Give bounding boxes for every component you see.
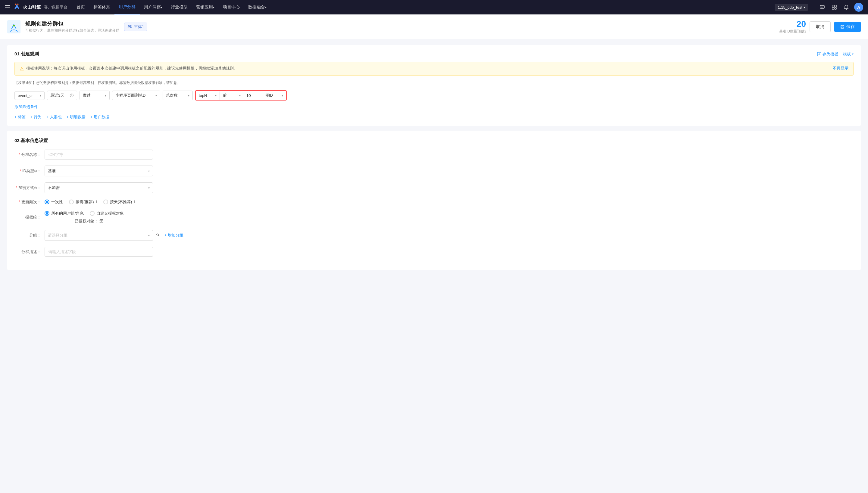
add-user-data-button[interactable]: + 用户数据 <box>90 114 109 120</box>
nav-item-marketing[interactable]: 营销应用 <box>192 0 219 15</box>
app-logo: 火山引擎 客户数据平台 <box>13 3 67 12</box>
nav-item-projects[interactable]: 项目中心 <box>219 0 244 15</box>
update-freq-ondemand[interactable]: 按需(推荐) ℹ <box>69 199 97 205</box>
entity-tag-label: 主体1 <box>134 24 144 29</box>
group-selector[interactable]: 请选择分组 ▾ <box>45 230 153 241</box>
svg-rect-7 <box>7 20 20 34</box>
nav-menu: 首页 标签体系 用户分群 用户洞察 行业模型 营销应用 项目中心 数据融合 <box>72 0 772 15</box>
save-label: 保存 <box>846 24 855 29</box>
count-label: 基准ID数量预估ℹ <box>779 29 806 34</box>
save-button[interactable]: 保存 <box>834 22 861 32</box>
id-type-control: 基准 ▾ <box>45 166 153 176</box>
section-create-rules: 01.创建规则 存为模板 模板 ▾ <box>7 45 861 126</box>
auth-label: 授权给： <box>15 215 45 220</box>
hamburger-menu[interactable] <box>5 5 10 9</box>
encrypt-selector[interactable]: 不加密 ▾ <box>45 183 153 193</box>
update-freq-once[interactable]: 一次性 <box>45 199 63 205</box>
encrypt-arrow-icon: ▾ <box>148 186 150 190</box>
nav-item-industry[interactable]: 行业模型 <box>167 0 192 15</box>
add-crowd-label: + 人群包 <box>46 114 61 120</box>
nav-item-data-fusion[interactable]: 数据融合 <box>244 0 271 15</box>
action-selector[interactable]: 做过 ▾ <box>80 91 110 100</box>
topn-type-value: topN <box>199 93 207 98</box>
ondemand-info-icon: ℹ <box>96 200 97 204</box>
cancel-button[interactable]: 取消 <box>810 21 831 32</box>
form-row-group: 分组： 请选择分组 ▾ + 增加分组 <box>15 230 853 241</box>
daily-info-icon: ℹ <box>134 200 135 204</box>
time-value: 最近3天 <box>50 93 64 98</box>
add-filter-link[interactable]: 添加筛选条件 <box>15 104 853 110</box>
encrypt-value: 不加密 <box>48 185 60 191</box>
add-filters-row: + 标签 + 行为 + 人群包 + 明细数据 + 用户数据 <box>15 114 853 120</box>
add-user-data-label: + 用户数据 <box>90 114 109 120</box>
refresh-group-button[interactable] <box>156 233 160 237</box>
topn-value-input[interactable] <box>244 91 262 100</box>
page-header-icon <box>7 20 20 34</box>
nav-item-home[interactable]: 首页 <box>72 0 89 15</box>
page-selector[interactable]: 小程序页面浏览D ▾ <box>112 91 160 100</box>
count-arrow-icon: ▾ <box>188 94 189 97</box>
id-type-label: ID类型⊙： <box>15 168 45 174</box>
add-detail-label: + 明细数据 <box>66 114 85 120</box>
group-control: 请选择分组 ▾ + 增加分组 <box>45 230 853 241</box>
event-value: event_cr <box>18 93 33 98</box>
desc-control <box>45 247 153 257</box>
desc-input[interactable] <box>45 247 153 257</box>
group-arrow-icon: ▾ <box>148 234 150 237</box>
nav-right: 1.15_cdp_test ▾ A <box>774 3 863 12</box>
app-subtitle: 客户数据平台 <box>44 4 67 10</box>
add-tag-button[interactable]: + 标签 <box>15 114 26 120</box>
topn-field-value: 项ID <box>265 93 273 98</box>
nav-item-segments[interactable]: 用户分群 <box>115 0 140 15</box>
radio-custom-label: 自定义授权对象 <box>96 211 124 216</box>
auth-radio-group: 所有的用户组/角色 自定义授权对象 <box>45 211 124 216</box>
message-icon[interactable] <box>818 3 826 12</box>
radio-custom-dot <box>90 211 95 216</box>
topn-field-selector[interactable]: 项ID ▾ <box>262 91 286 100</box>
add-group-button[interactable]: + 增加分组 <box>164 233 183 238</box>
app-name: 火山引擎 <box>23 4 41 10</box>
topn-type-selector[interactable]: topN ▾ <box>196 91 220 100</box>
template-button[interactable]: 模板 ▾ <box>843 51 853 57</box>
topn-field-arrow-icon: ▾ <box>282 94 283 97</box>
auth-all-users[interactable]: 所有的用户组/角色 <box>45 211 84 216</box>
bell-icon[interactable] <box>842 3 850 12</box>
update-freq-daily[interactable]: 按天(不推荐) ℹ <box>103 199 136 205</box>
env-selector[interactable]: 1.15_cdp_test ▾ <box>774 4 808 11</box>
topn-group: topN ▾ 前 ▾ 项ID ▾ <box>195 90 287 101</box>
auth-custom[interactable]: 自定义授权对象 <box>90 211 124 216</box>
time-selector[interactable]: 最近3天 <box>47 91 77 100</box>
radio-daily-label: 按天(不推荐) <box>110 199 132 205</box>
user-avatar[interactable]: A <box>854 3 863 12</box>
nav-item-tags[interactable]: 标签体系 <box>89 0 115 15</box>
nav-item-insights[interactable]: 用户洞察 <box>140 0 167 15</box>
section-header: 01.创建规则 存为模板 模板 ▾ <box>15 51 853 57</box>
grid-icon[interactable] <box>830 3 839 12</box>
auth-target-label-text: 已授权对象： <box>75 218 98 224</box>
count-value: 总次数 <box>166 93 178 98</box>
name-input[interactable] <box>45 150 153 159</box>
form-row-desc: 分群描述： <box>15 247 853 257</box>
encrypt-label: 加密方式⊙： <box>15 185 45 191</box>
form-row-auth: 授权给： 所有的用户组/角色 自定义授权对象 <box>15 211 853 224</box>
time-select-inner: 最近3天 <box>50 93 64 98</box>
id-type-selector[interactable]: 基准 ▾ <box>45 166 153 176</box>
svg-rect-12 <box>842 25 843 26</box>
topn-dir-selector[interactable]: 前 ▾ <box>220 91 244 100</box>
template-label: 模板 <box>843 51 851 57</box>
entity-tag[interactable]: 主体1 <box>124 23 147 31</box>
add-detail-button[interactable]: + 明细数据 <box>66 114 85 120</box>
add-crowd-button[interactable]: + 人群包 <box>46 114 61 120</box>
page-header-left: 规则创建分群包 可根据行为、属性和原有分群进行组合筛选，灵活创建分群 主体1 <box>7 20 147 34</box>
add-action-button[interactable]: + 行为 <box>30 114 42 120</box>
refresh-icon <box>156 233 160 237</box>
warning-dismiss-button[interactable]: 不再显示 <box>833 66 848 71</box>
count-selector[interactable]: 总次数 ▾ <box>163 91 193 100</box>
auth-target-subrow: 已授权对象： 无 <box>45 218 124 224</box>
name-label: 分群名称： <box>15 152 45 157</box>
user-group-icon <box>127 24 132 29</box>
event-selector[interactable]: event_cr ▾ <box>15 91 45 100</box>
save-template-button[interactable]: 存为模板 <box>817 51 838 57</box>
nav-divider <box>813 4 813 10</box>
svg-point-8 <box>13 25 15 26</box>
